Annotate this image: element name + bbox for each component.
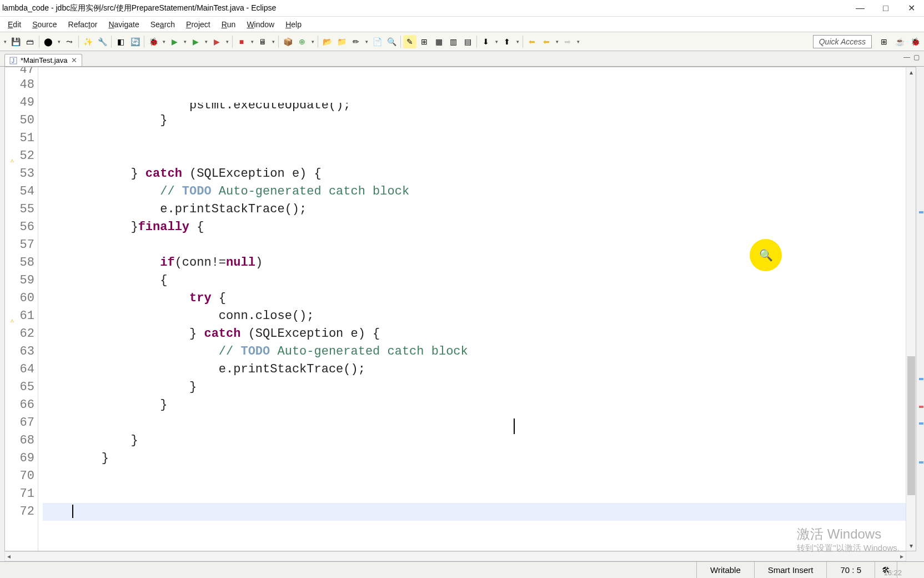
save-icon[interactable]: 💾: [9, 35, 22, 48]
line-number[interactable]: 53: [5, 165, 38, 183]
code-line[interactable]: [43, 147, 906, 165]
refresh-icon[interactable]: 🔄: [128, 35, 142, 48]
toolbar-dropdown-icon[interactable]: ▾: [494, 39, 499, 44]
open-task-icon[interactable]: 📁: [335, 35, 348, 48]
code-line[interactable]: [43, 503, 906, 521]
highlight-icon[interactable]: ✎: [403, 35, 416, 48]
toolbar-dropdown-icon[interactable]: ▾: [575, 39, 581, 44]
line-number[interactable]: 52⚠: [5, 147, 38, 165]
scroll-left-icon[interactable]: ◂: [7, 552, 11, 560]
menu-run[interactable]: Run: [216, 18, 242, 31]
line-number[interactable]: 64: [5, 361, 38, 378]
toolbar-dropdown-icon[interactable]: ▾: [203, 39, 209, 44]
debug-perspective-icon[interactable]: 🐞: [908, 35, 922, 48]
code-line[interactable]: try {: [43, 290, 906, 307]
back-icon[interactable]: ⬅: [525, 35, 539, 48]
scroll-up-icon[interactable]: ▴: [906, 67, 916, 77]
overview-ruler[interactable]: [918, 67, 924, 551]
line-number[interactable]: 48: [5, 76, 38, 94]
menu-edit[interactable]: Edit: [2, 18, 27, 31]
close-button[interactable]: ✕: [898, 0, 924, 17]
code-line[interactable]: conn.close();: [43, 307, 906, 325]
code-line[interactable]: }finally {: [43, 218, 906, 236]
editor-icon[interactable]: ▦: [432, 35, 445, 48]
line-number[interactable]: 47: [5, 67, 38, 76]
code-area[interactable]: pstmt.executeUpdate(); } } catch (SQLExc…: [38, 67, 906, 551]
code-line[interactable]: }: [43, 396, 906, 414]
toggle-icon[interactable]: ◧: [114, 35, 127, 48]
code-line[interactable]: [43, 467, 906, 485]
line-number[interactable]: 49: [5, 94, 38, 112]
code-line[interactable]: {: [43, 272, 906, 290]
warning-marker-icon[interactable]: ⚠: [6, 312, 14, 320]
line-number[interactable]: 54: [5, 183, 38, 201]
overview-mark[interactable]: [919, 211, 923, 213]
line-number[interactable]: 55: [5, 201, 38, 218]
line-number[interactable]: 72: [5, 503, 38, 521]
code-line[interactable]: [43, 539, 906, 551]
menu-help[interactable]: Help: [280, 18, 307, 31]
new-class-icon[interactable]: ⊕: [295, 35, 309, 48]
stop-icon[interactable]: ■: [235, 35, 248, 48]
server-icon[interactable]: 🖥: [256, 35, 269, 48]
line-number[interactable]: 59: [5, 272, 38, 290]
line-number[interactable]: 70: [5, 467, 38, 485]
toolbar-dropdown-icon[interactable]: ▾: [161, 39, 167, 44]
maximize-view-icon[interactable]: ▢: [913, 53, 920, 61]
back-history-icon[interactable]: ⬅: [540, 35, 553, 48]
run-icon[interactable]: ▶: [168, 35, 181, 48]
line-number[interactable]: 68: [5, 432, 38, 450]
line-number[interactable]: 61⚠: [5, 307, 38, 325]
code-line[interactable]: [43, 414, 906, 432]
build-icon[interactable]: 🔧: [96, 35, 109, 48]
horizontal-scrollbar[interactable]: ◂ ▸: [4, 551, 906, 561]
folder-icon[interactable]: 📄: [370, 35, 384, 48]
line-number[interactable]: 65: [5, 378, 38, 396]
toolbar-dropdown-icon[interactable]: ▾: [224, 39, 230, 44]
code-line[interactable]: }: [43, 432, 906, 450]
editor-tab-maintest[interactable]: J *MainTest.java ✕: [4, 54, 82, 66]
quick-access-input[interactable]: Quick Access: [813, 35, 872, 48]
menu-window[interactable]: Window: [241, 18, 280, 31]
code-line[interactable]: // TODO Auto-generated catch block: [43, 183, 906, 201]
outline-icon[interactable]: ⊞: [418, 35, 431, 48]
vertical-scrollbar[interactable]: ▴ ▾: [906, 67, 916, 551]
menu-refactor[interactable]: Refactor: [63, 18, 103, 31]
debug-icon[interactable]: 🐞: [147, 35, 160, 48]
minimize-button[interactable]: —: [847, 0, 873, 17]
line-number[interactable]: 66: [5, 396, 38, 414]
code-line[interactable]: e.printStackTrace();: [43, 361, 906, 378]
menu-project[interactable]: Project: [180, 18, 216, 31]
line-number[interactable]: 62: [5, 325, 38, 343]
save-all-icon[interactable]: 🗃: [23, 35, 37, 48]
forward-icon[interactable]: ➡: [561, 35, 574, 48]
view-icon[interactable]: ▥: [446, 35, 460, 48]
code-line[interactable]: [43, 485, 906, 503]
code-line[interactable]: }: [43, 112, 906, 129]
line-number[interactable]: 67: [5, 414, 38, 432]
open-type-icon[interactable]: 📂: [320, 35, 334, 48]
code-line[interactable]: pstmt.executeUpdate();: [43, 103, 906, 112]
scroll-down-icon[interactable]: ▾: [906, 541, 916, 551]
code-line[interactable]: // TODO Auto-generated catch block: [43, 343, 906, 361]
line-number[interactable]: 63: [5, 343, 38, 361]
scroll-right-icon[interactable]: ▸: [900, 552, 903, 560]
line-number-gutter[interactable]: 474849505152⚠535455565758596061⚠62636465…: [5, 67, 38, 551]
toolbar-dropdown-icon[interactable]: ▾: [2, 39, 8, 44]
toolbar-dropdown-icon[interactable]: ▾: [515, 39, 520, 44]
line-number[interactable]: 56: [5, 218, 38, 236]
menu-search[interactable]: Search: [145, 18, 180, 31]
line-number[interactable]: 69: [5, 450, 38, 467]
line-number[interactable]: 58: [5, 254, 38, 272]
open-perspective-icon[interactable]: ⊞: [877, 35, 891, 48]
wand-icon[interactable]: ✏: [349, 35, 363, 48]
overview-mark[interactable]: [919, 461, 923, 464]
overview-mark[interactable]: [919, 378, 923, 380]
wand-icon[interactable]: ✨: [81, 35, 94, 48]
code-editor[interactable]: 474849505152⚠535455565758596061⚠62636465…: [4, 67, 916, 551]
code-line[interactable]: } catch (SQLException e) {: [43, 165, 906, 183]
line-number[interactable]: 51: [5, 129, 38, 147]
line-number[interactable]: 57: [5, 236, 38, 254]
warning-marker-icon[interactable]: ⚠: [6, 152, 14, 160]
next-annotation-icon[interactable]: ⬇: [479, 35, 493, 48]
